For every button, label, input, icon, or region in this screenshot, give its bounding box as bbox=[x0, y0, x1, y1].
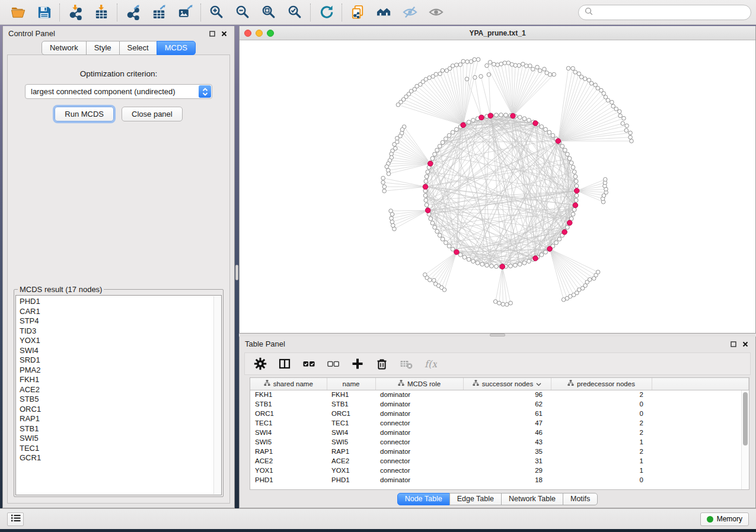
mcds-result-item[interactable]: SWI5 bbox=[20, 434, 221, 444]
tab-mcds[interactable]: MCDS bbox=[157, 41, 196, 55]
cell-name[interactable]: ORC1 bbox=[327, 409, 375, 418]
tab-network[interactable]: Network bbox=[42, 41, 87, 55]
run-mcds-button[interactable]: Run MCDS bbox=[55, 107, 114, 121]
cell-shared-name[interactable]: YOX1 bbox=[250, 466, 327, 475]
table-row[interactable]: ACE2ACE2connector311 bbox=[250, 456, 749, 466]
mcds-result-item[interactable]: TID3 bbox=[20, 326, 221, 336]
float-panel-icon[interactable] bbox=[208, 29, 217, 39]
network-canvas[interactable] bbox=[240, 40, 755, 333]
table-row[interactable]: FKH1FKH1dominator962 bbox=[250, 390, 749, 399]
tab-select[interactable]: Select bbox=[119, 41, 157, 55]
cell-name[interactable]: STB1 bbox=[327, 399, 375, 409]
cell-predecessor-nodes[interactable]: 1 bbox=[551, 456, 652, 466]
cell-shared-name[interactable]: RAP1 bbox=[250, 447, 327, 456]
table-row[interactable]: TEC1TEC1connector472 bbox=[250, 418, 749, 428]
table-row[interactable]: SWI5SWI5connector431 bbox=[250, 437, 749, 447]
table-row[interactable]: SWI4SWI4dominator462 bbox=[250, 428, 749, 437]
import-network-icon[interactable] bbox=[62, 2, 88, 23]
table-row[interactable]: STB1STB1dominator620 bbox=[250, 399, 749, 409]
splitter-handle[interactable] bbox=[235, 265, 238, 280]
cell-name[interactable]: ACE2 bbox=[327, 456, 375, 466]
cell-predecessor-nodes[interactable]: 0 bbox=[551, 399, 652, 409]
table-row[interactable]: ORC1ORC1dominator610 bbox=[250, 409, 749, 418]
mcds-result-item[interactable]: SWI4 bbox=[20, 346, 221, 356]
cell-name[interactable]: PHD1 bbox=[327, 475, 375, 485]
cell-predecessor-nodes[interactable]: 2 bbox=[551, 390, 652, 399]
cell-mcds-role[interactable]: dominator bbox=[375, 475, 463, 485]
table-row[interactable]: YOX1YOX1connector291 bbox=[250, 466, 749, 475]
cell-mcds-role[interactable]: connector bbox=[375, 437, 463, 447]
cell-successor-nodes[interactable]: 18 bbox=[463, 475, 551, 485]
delete-columns-icon[interactable] bbox=[375, 357, 389, 371]
cell-name[interactable]: YOX1 bbox=[327, 466, 375, 475]
cell-predecessor-nodes[interactable]: 0 bbox=[551, 409, 652, 418]
hide-selected-icon[interactable] bbox=[397, 2, 423, 23]
mcds-result-item[interactable]: TEC1 bbox=[20, 444, 221, 454]
column-header-successor-nodes[interactable]: successor nodes bbox=[463, 378, 551, 390]
cell-successor-nodes[interactable]: 62 bbox=[463, 399, 551, 409]
cell-shared-name[interactable]: SWI4 bbox=[250, 428, 327, 437]
zoom-fit-icon[interactable] bbox=[256, 2, 282, 23]
tab-network-table[interactable]: Network Table bbox=[501, 493, 563, 505]
mcds-result-item[interactable]: RAP1 bbox=[20, 414, 221, 424]
column-header-name[interactable]: name bbox=[327, 378, 375, 390]
column-header-predecessor-nodes[interactable]: predecessor nodes bbox=[551, 378, 652, 390]
cell-successor-nodes[interactable]: 96 bbox=[463, 390, 551, 399]
export-table-icon[interactable] bbox=[146, 2, 172, 23]
export-network-icon[interactable] bbox=[120, 2, 146, 23]
cell-mcds-role[interactable]: connector bbox=[375, 456, 463, 466]
cell-successor-nodes[interactable]: 47 bbox=[463, 418, 551, 428]
cell-predecessor-nodes[interactable]: 1 bbox=[551, 437, 652, 447]
table-row[interactable]: RAP1RAP1dominator352 bbox=[250, 447, 749, 456]
save-session-icon[interactable] bbox=[31, 2, 57, 23]
cell-mcds-role[interactable]: dominator bbox=[375, 447, 463, 456]
tab-motifs[interactable]: Motifs bbox=[563, 493, 598, 505]
table-scrollbar[interactable] bbox=[741, 390, 749, 489]
horizontal-splitter[interactable] bbox=[239, 334, 756, 336]
cell-predecessor-nodes[interactable]: 2 bbox=[551, 447, 652, 456]
cell-predecessor-nodes[interactable]: 2 bbox=[551, 418, 652, 428]
cell-name[interactable]: RAP1 bbox=[327, 447, 375, 456]
tab-node-table[interactable]: Node Table bbox=[397, 493, 450, 505]
table-row[interactable]: PHD1PHD1dominator180 bbox=[250, 475, 749, 485]
cell-successor-nodes[interactable]: 29 bbox=[463, 466, 551, 475]
mcds-result-item[interactable]: PMA2 bbox=[20, 366, 221, 376]
close-panel-icon[interactable] bbox=[741, 339, 750, 349]
cell-shared-name[interactable]: ORC1 bbox=[250, 409, 327, 418]
column-header-shared-name[interactable]: shared name bbox=[250, 378, 327, 390]
unselect-all-checks-icon[interactable] bbox=[326, 357, 340, 371]
table-options-gear-icon[interactable] bbox=[253, 357, 267, 371]
cell-predecessor-nodes[interactable]: 2 bbox=[551, 428, 652, 437]
cell-predecessor-nodes[interactable]: 0 bbox=[551, 475, 652, 485]
mcds-result-item[interactable]: CAR1 bbox=[20, 307, 221, 317]
cell-mcds-role[interactable]: dominator bbox=[375, 409, 463, 418]
float-panel-icon[interactable] bbox=[729, 339, 738, 349]
add-column-icon[interactable] bbox=[350, 357, 365, 371]
import-table-icon[interactable] bbox=[88, 2, 114, 23]
cell-successor-nodes[interactable]: 43 bbox=[463, 437, 551, 447]
mcds-result-item[interactable]: FKH1 bbox=[20, 375, 221, 385]
select-all-checks-icon[interactable] bbox=[302, 357, 316, 371]
cell-successor-nodes[interactable]: 35 bbox=[463, 447, 551, 456]
mcds-result-item[interactable]: STP4 bbox=[20, 316, 221, 326]
duplicate-network-icon[interactable] bbox=[344, 2, 371, 23]
zoom-selected-icon[interactable] bbox=[282, 2, 308, 23]
cell-shared-name[interactable]: TEC1 bbox=[250, 418, 327, 428]
mcds-result-item[interactable]: ORC1 bbox=[20, 405, 221, 415]
cell-mcds-role[interactable]: connector bbox=[375, 418, 463, 428]
splitter-handle[interactable] bbox=[490, 334, 505, 336]
tab-edge-table[interactable]: Edge Table bbox=[449, 493, 502, 505]
memory-button[interactable]: Memory bbox=[700, 512, 749, 526]
search-input[interactable] bbox=[596, 8, 745, 17]
zoom-in-icon[interactable] bbox=[203, 2, 229, 23]
cell-shared-name[interactable]: PHD1 bbox=[250, 475, 327, 485]
export-image-icon[interactable] bbox=[172, 2, 198, 23]
cell-mcds-role[interactable]: connector bbox=[375, 466, 463, 475]
cell-name[interactable]: TEC1 bbox=[327, 418, 375, 428]
mcds-result-item[interactable]: STB5 bbox=[20, 395, 221, 405]
mcds-result-item[interactable]: SRD1 bbox=[20, 355, 221, 366]
cell-shared-name[interactable]: SWI5 bbox=[250, 437, 327, 447]
task-history-button[interactable] bbox=[7, 512, 24, 526]
tab-style[interactable]: Style bbox=[86, 41, 120, 55]
cell-name[interactable]: FKH1 bbox=[327, 390, 375, 399]
